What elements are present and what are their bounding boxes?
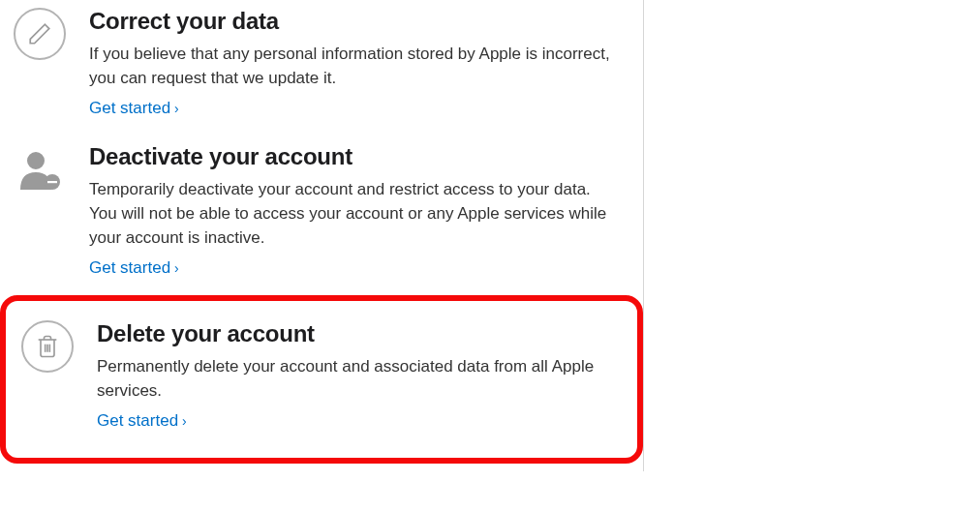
option-delete-account: Delete your account Permanently delete y…	[14, 320, 629, 431]
option-description: If you believe that any personal informa…	[89, 43, 612, 91]
option-description: Permanently delete your account and asso…	[97, 355, 620, 404]
chevron-right-icon: ›	[174, 260, 179, 276]
option-content: Delete your account Permanently delete y…	[97, 320, 622, 431]
option-content: Deactivate your account Temporarily deac…	[89, 143, 629, 278]
chevron-right-icon: ›	[174, 101, 179, 116]
svg-rect-1	[47, 181, 57, 183]
get-started-link-correct[interactable]: Get started ›	[89, 99, 179, 118]
get-started-link-deactivate[interactable]: Get started ›	[89, 258, 179, 278]
option-correct-data: Correct your data If you believe that an…	[0, 0, 643, 135]
link-text: Get started	[97, 411, 178, 431]
pencil-icon	[14, 8, 66, 60]
option-title: Deactivate your account	[89, 143, 629, 170]
icon-cell	[21, 320, 97, 431]
option-content: Correct your data If you believe that an…	[89, 8, 629, 118]
get-started-link-delete[interactable]: Get started ›	[97, 411, 187, 431]
icon-cell	[14, 143, 89, 278]
trash-icon	[21, 320, 74, 373]
chevron-right-icon: ›	[182, 413, 187, 429]
option-title: Correct your data	[89, 8, 629, 35]
option-deactivate-account: Deactivate your account Temporarily deac…	[0, 135, 643, 295]
option-description: Temporarily deactivate your account and …	[89, 178, 612, 251]
highlight-box: Delete your account Permanently delete y…	[0, 295, 643, 464]
link-text: Get started	[89, 258, 170, 278]
link-text: Get started	[89, 99, 170, 118]
privacy-options-container: Correct your data If you believe that an…	[0, 0, 644, 471]
icon-cell	[14, 8, 89, 118]
person-minus-icon	[14, 143, 66, 195]
option-title: Delete your account	[97, 320, 622, 347]
